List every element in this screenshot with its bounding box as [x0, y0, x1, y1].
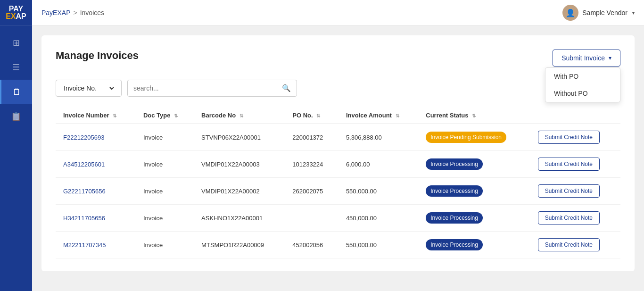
- cell-barcode-no-3: ASKHNO1X22A00001: [194, 205, 285, 232]
- page-title: Manage Invoices: [56, 50, 139, 62]
- submit-invoice-wrapper: Submit Invoice ▾ With PO Without PO: [553, 50, 620, 67]
- cell-po-no-0: 220001372: [285, 124, 339, 151]
- col-doc-type: Doc Type ⇅: [136, 107, 194, 124]
- breadcrumb-separator: >: [73, 9, 77, 17]
- search-box: 🔍: [127, 80, 297, 97]
- cell-invoice-number-2: G22211705656: [56, 178, 136, 205]
- table-row: A34512205601 Invoice VMDIP01X22A00003 10…: [56, 151, 620, 178]
- cell-invoice-number-3: H34211705656: [56, 205, 136, 232]
- cell-po-no-1: 101233224: [285, 151, 339, 178]
- status-badge-4: Invoice Processing: [426, 239, 483, 250]
- dashboard-icon: ⊞: [13, 38, 20, 48]
- cell-status-3: Invoice Processing: [418, 205, 530, 232]
- invoice-link-2[interactable]: G22211705656: [63, 188, 106, 195]
- status-badge-1: Invoice Processing: [426, 158, 483, 170]
- filter-select[interactable]: Invoice No. Barcode No. PO No.: [62, 84, 116, 92]
- dropdown-item-with-po[interactable]: With PO: [545, 68, 620, 85]
- sidebar-item-invoices[interactable]: 🗒: [0, 80, 32, 104]
- table-header-row: Invoice Number ⇅ Doc Type ⇅ Barcode No ⇅: [56, 107, 620, 124]
- page-header: Manage Invoices Submit Invoice ▾ With PO…: [56, 50, 620, 67]
- col-action: [530, 107, 620, 124]
- reports-icon: 📋: [11, 111, 21, 122]
- user-menu-chevron-icon: ▾: [632, 10, 635, 16]
- col-invoice-amount: Invoice Amount ⇅: [339, 107, 418, 124]
- user-menu[interactable]: 👤 Sample Vendor ▾: [562, 5, 635, 21]
- submit-credit-note-button-0[interactable]: Submit Credit Note: [538, 131, 600, 144]
- logo-text: PAYEXAP: [6, 5, 26, 20]
- cell-invoice-amount-3: 450,000.00: [339, 205, 418, 232]
- status-badge-3: Invoice Processing: [426, 212, 483, 224]
- cell-action-3: Submit Credit Note: [530, 205, 620, 232]
- avatar: 👤: [562, 5, 578, 21]
- submit-invoice-label: Submit Invoice: [561, 54, 605, 62]
- sidebar: PAYEXAP ⊞ ☰ 🗒 📋: [0, 0, 32, 291]
- sort-icon-po-no: ⇅: [316, 113, 320, 118]
- cell-invoice-amount-0: 5,306,888.00: [339, 124, 418, 151]
- sidebar-item-reports[interactable]: 📋: [0, 104, 32, 129]
- cell-action-1: Submit Credit Note: [530, 151, 620, 178]
- sidebar-nav: ⊞ ☰ 🗒 📋: [0, 26, 32, 129]
- filter-select-wrapper[interactable]: Invoice No. Barcode No. PO No.: [56, 80, 122, 97]
- table-row: M22211707345 Invoice MTSMPO1R22A00009 45…: [56, 232, 620, 258]
- invoice-link-0[interactable]: F22212205693: [63, 134, 104, 141]
- search-input[interactable]: [133, 84, 278, 92]
- cell-status-4: Invoice Processing: [418, 232, 530, 258]
- status-badge-2: Invoice Processing: [426, 185, 483, 197]
- invoice-link-4[interactable]: M22211707345: [63, 241, 106, 249]
- dropdown-item-without-po[interactable]: Without PO: [545, 85, 620, 102]
- cell-invoice-amount-2: 550,000.00: [339, 178, 418, 205]
- cell-status-2: Invoice Processing: [418, 178, 530, 205]
- cell-barcode-no-2: VMDIP01X22A00002: [194, 178, 285, 205]
- status-badge-0: Invoice Pending Submission: [426, 132, 506, 143]
- breadcrumb: PayEXAP > Invoices: [41, 9, 104, 17]
- sidebar-item-documents[interactable]: ☰: [0, 55, 32, 80]
- cell-barcode-no-1: VMDIP01X22A00003: [194, 151, 285, 178]
- user-name: Sample Vendor: [582, 9, 627, 17]
- col-barcode-no: Barcode No ⇅: [194, 107, 285, 124]
- submit-invoice-dropdown: With PO Without PO: [545, 67, 620, 102]
- main-card: Manage Invoices Submit Invoice ▾ With PO…: [41, 35, 635, 271]
- cell-barcode-no-0: STVNP06X22A00001: [194, 124, 285, 151]
- submit-credit-note-button-2[interactable]: Submit Credit Note: [538, 184, 600, 198]
- logo: PAYEXAP: [0, 0, 32, 26]
- cell-invoice-number-0: F22212205693: [56, 124, 136, 151]
- cell-action-0: Submit Credit Note: [530, 124, 620, 151]
- cell-invoice-amount-1: 6,000.00: [339, 151, 418, 178]
- table-body: F22212205693 Invoice STVNP06X22A00001 22…: [56, 124, 620, 258]
- invoice-table: Invoice Number ⇅ Doc Type ⇅ Barcode No ⇅: [56, 107, 620, 258]
- cell-doc-type-3: Invoice: [136, 205, 194, 232]
- cell-doc-type-1: Invoice: [136, 151, 194, 178]
- cell-invoice-amount-4: 550,000.00: [339, 232, 418, 258]
- navbar: PayEXAP > Invoices 👤 Sample Vendor ▾: [32, 0, 644, 26]
- cell-status-0: Invoice Pending Submission: [418, 124, 530, 151]
- submit-credit-note-button-4[interactable]: Submit Credit Note: [538, 238, 600, 251]
- table-row: G22211705656 Invoice VMDIP01X22A00002 26…: [56, 178, 620, 205]
- breadcrumb-current: Invoices: [80, 9, 104, 17]
- cell-action-4: Submit Credit Note: [530, 232, 620, 258]
- cell-po-no-3: [285, 205, 339, 232]
- sort-icon-invoice-number: ⇅: [113, 113, 116, 118]
- sidebar-item-dashboard[interactable]: ⊞: [0, 31, 32, 55]
- filters-row: Invoice No. Barcode No. PO No. 🔍: [56, 80, 620, 97]
- search-icon: 🔍: [282, 84, 291, 92]
- invoice-link-1[interactable]: A34512205601: [63, 161, 105, 168]
- invoices-icon: 🗒: [13, 87, 21, 97]
- cell-po-no-4: 452002056: [285, 232, 339, 258]
- sort-icon-current-status: ⇅: [472, 113, 476, 118]
- documents-icon: ☰: [12, 62, 20, 73]
- breadcrumb-parent[interactable]: PayEXAP: [41, 9, 70, 17]
- sort-icon-invoice-amount: ⇅: [396, 113, 399, 118]
- invoice-link-3[interactable]: H34211705656: [63, 215, 105, 222]
- cell-invoice-number-4: M22211707345: [56, 232, 136, 258]
- cell-po-no-2: 262002075: [285, 178, 339, 205]
- table-row: H34211705656 Invoice ASKHNO1X22A00001 45…: [56, 205, 620, 232]
- submit-credit-note-button-3[interactable]: Submit Credit Note: [538, 211, 600, 224]
- cell-invoice-number-1: A34512205601: [56, 151, 136, 178]
- cell-action-2: Submit Credit Note: [530, 178, 620, 205]
- submit-credit-note-button-1[interactable]: Submit Credit Note: [538, 158, 600, 171]
- submit-invoice-dropdown-arrow-icon: ▾: [609, 55, 611, 61]
- col-po-no: PO No. ⇅: [285, 107, 339, 124]
- submit-invoice-button[interactable]: Submit Invoice ▾: [553, 50, 620, 67]
- col-invoice-number: Invoice Number ⇅: [56, 107, 136, 124]
- cell-status-1: Invoice Processing: [418, 151, 530, 178]
